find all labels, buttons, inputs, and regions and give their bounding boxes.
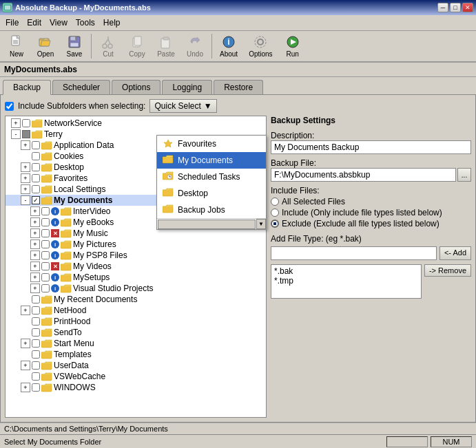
expand-desktop[interactable]: + [21, 162, 30, 172]
check-recent[interactable] [32, 295, 40, 303]
check-cookies[interactable] [32, 152, 40, 160]
expand-ebooks[interactable]: + [30, 217, 40, 227]
expand-vs-projects[interactable]: + [30, 284, 40, 293]
tree-item-psp8[interactable]: + i My PSP8 Files [6, 250, 266, 261]
paste-button[interactable]: Paste [152, 32, 180, 60]
cut-button[interactable]: Cut [94, 32, 122, 60]
expand-startmenu[interactable]: + [21, 339, 30, 348]
expand-psp8[interactable]: + [30, 250, 40, 260]
close-button[interactable]: ✕ [462, 3, 473, 12]
tree-item-recent[interactable]: My Recent Documents [6, 294, 266, 305]
radio-include[interactable] [271, 209, 279, 217]
menu-file[interactable]: File [1, 17, 23, 29]
options-button[interactable]: Options [244, 32, 277, 60]
tree-item-mysetups[interactable]: + i MySetups [6, 272, 266, 283]
menu-tools[interactable]: Tools [72, 17, 99, 29]
check-mysetups[interactable] [41, 273, 50, 281]
add-type-button[interactable]: <- Add [439, 246, 471, 260]
expand-userdata[interactable]: + [21, 361, 30, 370]
expand-favorites[interactable]: + [21, 173, 30, 183]
check-printhood[interactable] [32, 317, 40, 326]
backup-file-input[interactable] [271, 168, 456, 182]
expand-local-settings[interactable]: + [21, 184, 30, 194]
check-ebooks[interactable] [41, 218, 50, 226]
file-type-input[interactable] [271, 246, 437, 260]
tree-item-nethood[interactable]: + NetHood [6, 305, 266, 316]
radio-exclude[interactable] [271, 220, 279, 228]
check-favorites[interactable] [32, 174, 40, 182]
remove-button[interactable]: -> Remove [424, 264, 471, 277]
expand-mysetups[interactable]: + [30, 273, 40, 282]
expand-intervideo[interactable]: + [30, 206, 40, 216]
check-pictures[interactable] [41, 240, 50, 248]
file-types-list[interactable]: *.bak *.tmp [271, 264, 422, 299]
expand-my-documents[interactable]: - [21, 195, 30, 205]
tab-scheduler[interactable]: Scheduler [52, 80, 110, 94]
menu-edit[interactable]: Edit [23, 17, 45, 29]
open-button[interactable]: Open [32, 32, 59, 60]
tree-item-printhood[interactable]: PrintHood [6, 316, 266, 327]
tree-item-userdata[interactable]: + UserData [6, 360, 266, 371]
quick-select-button[interactable]: Quick Select ▼ [149, 99, 216, 113]
check-nethood[interactable] [32, 306, 40, 314]
tab-restore[interactable]: Restore [214, 80, 263, 94]
expand-networkservice[interactable]: + [11, 118, 21, 128]
check-networkservice[interactable] [22, 119, 30, 127]
description-input[interactable] [271, 140, 471, 154]
tree-item-windows[interactable]: + WINDOWS [6, 382, 266, 393]
tree-item-pictures[interactable]: + i My Pictures [6, 239, 266, 250]
expand-videos[interactable]: + [30, 262, 40, 271]
tree-item-videos[interactable]: + ✕ My Videos [6, 261, 266, 272]
tab-options[interactable]: Options [112, 80, 161, 94]
check-templates[interactable] [32, 350, 40, 359]
copy-button[interactable]: Copy [123, 32, 151, 60]
check-windows[interactable] [32, 383, 40, 392]
qs-scroll-down[interactable]: ▼ [256, 219, 266, 229]
qs-item-my-documents[interactable]: My Documents [157, 152, 266, 169]
check-vswebcache[interactable] [32, 372, 40, 381]
tree-item-startmenu[interactable]: + Start Menu [6, 338, 266, 349]
check-sendto[interactable] [32, 328, 40, 337]
expand-appdata[interactable]: + [21, 140, 30, 150]
check-userdata[interactable] [32, 361, 40, 370]
expand-music[interactable]: + [30, 228, 40, 238]
check-psp8[interactable] [41, 251, 50, 259]
expand-nethood[interactable]: + [21, 306, 30, 315]
run-button[interactable]: Run [279, 32, 307, 60]
radio-all[interactable] [271, 198, 279, 206]
tree-item-templates[interactable]: Templates [6, 349, 266, 360]
check-startmenu[interactable] [32, 339, 40, 348]
tab-backup[interactable]: Backup [3, 80, 51, 95]
new-button[interactable]: New [3, 32, 30, 60]
check-videos[interactable] [41, 262, 50, 270]
check-intervideo[interactable] [41, 207, 50, 215]
qs-item-desktop[interactable]: Desktop [157, 185, 266, 202]
qs-item-scheduled-tasks[interactable]: Scheduled Tasks [157, 169, 266, 185]
menu-view[interactable]: View [45, 17, 72, 29]
check-music[interactable] [41, 229, 50, 237]
undo-button[interactable]: Undo [181, 32, 209, 60]
tree-item-vs-projects[interactable]: + i Visual Studio Projects [6, 283, 266, 294]
expand-pictures[interactable]: + [30, 239, 40, 249]
qs-item-backup-jobs[interactable]: Backup Jobs [157, 202, 266, 218]
check-local-settings[interactable] [32, 185, 40, 193]
expand-terry[interactable]: - [11, 129, 21, 139]
include-subfolders-checkbox[interactable] [5, 102, 14, 111]
check-terry[interactable] [22, 130, 30, 138]
tree-item-vswebcache[interactable]: VSWebCache [6, 371, 266, 382]
tree-item-sendto[interactable]: SendTo [6, 327, 266, 338]
check-appdata[interactable] [32, 141, 40, 149]
about-button[interactable]: i About [215, 32, 242, 60]
tab-logging[interactable]: Logging [162, 80, 212, 94]
expand-windows[interactable]: + [21, 383, 30, 392]
save-button[interactable]: Save [61, 32, 88, 60]
minimize-button[interactable]: ─ [437, 3, 448, 12]
check-vs-projects[interactable] [41, 284, 50, 292]
check-desktop[interactable] [32, 163, 40, 171]
qs-item-favourites[interactable]: Favourites [157, 136, 266, 152]
menu-help[interactable]: Help [99, 17, 125, 29]
check-my-documents[interactable]: ✓ [32, 196, 40, 204]
tree-item-networkservice[interactable]: + NetworkService [6, 118, 266, 129]
browse-button[interactable]: ... [457, 168, 471, 182]
restore-button[interactable]: □ [450, 3, 461, 12]
